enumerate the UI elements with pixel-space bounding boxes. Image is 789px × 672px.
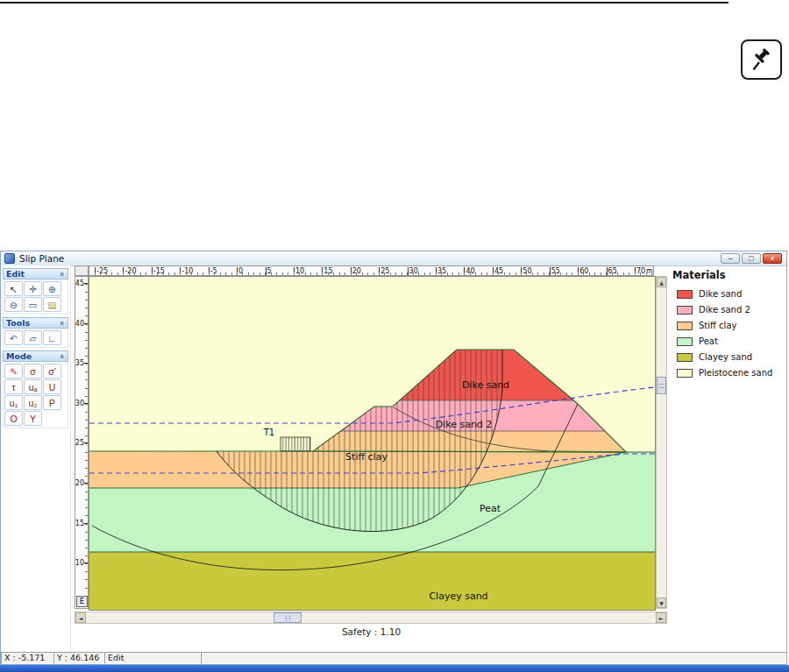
vertical-scrollbar[interactable]: ▲ ▼ <box>656 276 667 609</box>
scroll-up-icon[interactable]: ▲ <box>657 277 666 287</box>
sigma-effective-stress-icon[interactable]: σ′ <box>43 364 61 378</box>
material-swatch <box>677 369 693 378</box>
zoom-in-icon[interactable]: ⊕ <box>43 281 61 296</box>
zoom-undo-icon[interactable]: ▤ <box>43 297 61 312</box>
ruler-top-label: 10 <box>294 266 304 276</box>
ruler-top-label: 40 <box>464 266 474 276</box>
tools-panel-header[interactable]: Tools « <box>3 317 68 329</box>
plot-canvas[interactable]: T1 Dike sand Dike sand 2 Stiff clay Peat… <box>89 276 656 611</box>
U-degree-icon[interactable]: U <box>43 379 61 394</box>
top-window-edge <box>0 2 729 4</box>
vertical-scroll-thumb[interactable] <box>657 377 666 394</box>
legend-item: Dike sand <box>677 289 787 299</box>
tools-panel: Tools « ↶▱∟ <box>3 317 68 348</box>
ruler-left-label: 40 <box>75 321 84 328</box>
pan-icon[interactable]: ✛ <box>24 281 42 296</box>
ruler-top-label: 45 <box>493 266 503 276</box>
status-empty <box>201 652 786 664</box>
minimize-button[interactable]: – <box>721 253 740 264</box>
ruler-top-label: 55 <box>550 266 560 276</box>
u1-pore-pressure-icon[interactable]: u₁ <box>4 395 23 410</box>
edit-panel-title: Edit <box>6 269 25 279</box>
ruler-left-label: 35 <box>75 360 84 367</box>
ruler-top-label: -20 <box>123 266 136 276</box>
mode-panel-header[interactable]: Mode « <box>3 350 68 362</box>
cross-section-svg[interactable]: T1 Dike sand Dike sand 2 Stiff clay Peat… <box>89 277 655 610</box>
scroll-right-icon[interactable]: ► <box>656 612 666 623</box>
ruler-top-label: -5 <box>209 266 217 276</box>
label-stiff-clay: Stiff clay <box>345 451 387 463</box>
screen: Slip Plane – □ × Edit « ↖✛⊕⊖▭▤ Tools « <box>0 0 789 672</box>
ruler-left-label: 20 <box>75 480 84 487</box>
load-t1 <box>281 437 310 451</box>
horizontal-scroll-thumb[interactable] <box>274 612 302 623</box>
safety-factor-label: Safety : 1.10 <box>89 626 654 637</box>
material-label: Peat <box>699 336 718 346</box>
scroll-down-icon[interactable]: ▼ <box>657 598 666 608</box>
material-label: Clayey sand <box>699 352 752 362</box>
app-window: Slip Plane – □ × Edit « ↖✛⊕⊖▭▤ Tools « <box>0 251 787 665</box>
u2-pore-pressure-icon[interactable]: u₂ <box>24 395 42 410</box>
select-cursor-icon[interactable]: ↖ <box>4 281 23 296</box>
collapse-chevron-icon[interactable]: « <box>58 354 67 359</box>
sigma-total-stress-icon[interactable]: σ <box>24 364 42 378</box>
ruler-top-label: 15 <box>322 266 332 276</box>
ruler-top-label: -10 <box>180 266 193 276</box>
materials-panel: Materials Dike sandDike sand 2Stiff clay… <box>669 265 787 384</box>
Y-icon[interactable]: Y <box>24 411 42 426</box>
collapse-chevron-icon[interactable]: « <box>58 321 67 326</box>
ruler-left-label: 15 <box>75 520 84 527</box>
ruler-top-label: 20 <box>351 266 361 276</box>
label-peat: Peat <box>480 503 501 514</box>
close-button[interactable]: × <box>763 253 782 264</box>
zoom-rect-icon[interactable]: ▭ <box>24 297 42 312</box>
ruler-left-label: 10 <box>75 560 84 567</box>
ua-pore-pressure-icon[interactable]: uₐ <box>24 379 42 394</box>
materials-list: Dike sandDike sand 2Stiff clayPeatClayey… <box>669 289 787 378</box>
label-dike-sand-2: Dike sand 2 <box>436 419 493 430</box>
legend-item: Peat <box>677 336 787 346</box>
zoom-out-icon[interactable]: ⊖ <box>4 297 23 312</box>
edit-slip-plane-icon[interactable]: ✎ <box>4 364 23 378</box>
tools-panel-body: ↶▱∟ <box>3 329 68 348</box>
ruler-left: E 45403530252015105 <box>75 276 89 609</box>
scroll-left-icon[interactable]: ◄ <box>75 612 86 623</box>
toolbox-column: Edit « ↖✛⊕⊖▭▤ Tools « ↶▱∟ Mode « ✎σσ′τuₐ… <box>1 265 71 652</box>
ruler-top-label: 60 <box>578 266 588 276</box>
ruler-top-label: 35 <box>436 266 446 276</box>
ruler-left-label: 25 <box>75 440 84 447</box>
maximize-button[interactable]: □ <box>742 253 761 264</box>
material-label: Stiff clay <box>699 321 736 330</box>
undo-icon[interactable]: ↶ <box>4 330 23 345</box>
pin-button[interactable] <box>741 39 782 80</box>
horizontal-scrollbar[interactable]: ◄ ► <box>75 612 667 624</box>
legend-item: Clayey sand <box>677 352 787 362</box>
ruler-top-label: 5 <box>266 266 272 276</box>
status-y-coordinate: Y : 46.146 <box>53 652 104 664</box>
legend-item: Pleistocene sand <box>677 368 787 378</box>
O-icon[interactable]: O <box>4 411 23 426</box>
clayey-sand-region <box>89 552 655 610</box>
ruler-top-label: 50 <box>521 266 531 276</box>
ruler-top: -25-20-15-10-505101520253035404550556065… <box>89 265 654 276</box>
label-dike-sand: Dike sand <box>462 379 509 391</box>
P-icon[interactable]: P <box>43 395 61 410</box>
edit-panel-body: ↖✛⊕⊖▭▤ <box>3 279 68 315</box>
status-mode: Edit <box>104 652 201 664</box>
ruler-top-label: 25 <box>379 266 389 276</box>
material-swatch <box>677 306 693 315</box>
polyline-icon[interactable]: ▱ <box>24 330 42 345</box>
ruler-top-label: 30 <box>408 266 418 276</box>
edit-panel-header[interactable]: Edit « <box>3 268 68 279</box>
tau-shear-stress-icon[interactable]: τ <box>4 379 23 394</box>
angle-ruler-icon[interactable]: ∟ <box>43 330 61 345</box>
titlebar[interactable]: Slip Plane – □ × <box>1 251 786 266</box>
window-title: Slip Plane <box>19 253 64 264</box>
materials-title: Materials <box>672 269 787 281</box>
legend-item: Stiff clay <box>677 321 787 330</box>
material-label: Dike sand <box>699 289 742 299</box>
taskbar-edge <box>0 665 789 672</box>
material-swatch <box>677 353 693 362</box>
material-label: Pleistocene sand <box>699 368 772 378</box>
collapse-chevron-icon[interactable]: « <box>58 272 67 277</box>
